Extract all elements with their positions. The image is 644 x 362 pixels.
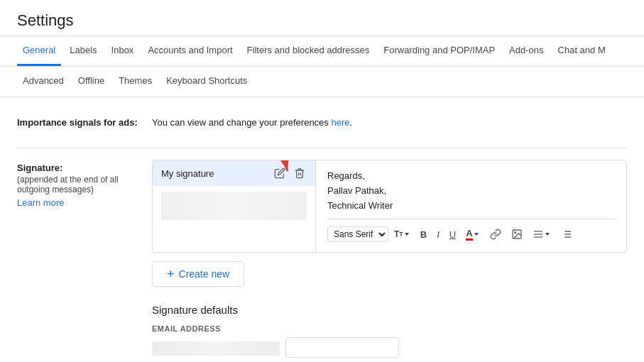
email-address-select[interactable] xyxy=(285,337,399,358)
link-button[interactable] xyxy=(486,226,506,243)
tab-advanced[interactable]: Advanced xyxy=(17,67,70,97)
divider xyxy=(17,148,627,148)
sig-defaults-title: Signature defaults xyxy=(152,304,627,316)
tab-offline[interactable]: Offline xyxy=(72,67,110,97)
signature-container: My signature xyxy=(152,160,627,253)
importance-signals-row: Importance signals for ads: You can view… xyxy=(17,114,627,128)
tabs-row1: General Labels Inbox Accounts and Import… xyxy=(0,36,644,67)
importance-here-link[interactable]: here xyxy=(331,117,349,128)
align-button[interactable] xyxy=(528,226,555,243)
tab-addons[interactable]: Add-ons xyxy=(503,36,549,66)
sig-toolbar: Sans Serif TT B I U A xyxy=(327,219,615,243)
email-select-wrapper xyxy=(152,337,399,358)
tab-chat[interactable]: Chat and M xyxy=(552,36,611,66)
signature-defaults-section: Signature defaults EMAIL ADDRESS xyxy=(152,304,627,358)
image-button[interactable] xyxy=(507,226,527,243)
create-new-button[interactable]: + Create new xyxy=(152,261,244,287)
signature-editor[interactable]: Regards, Pallav Pathak, Technical Writer… xyxy=(316,160,626,252)
email-address-label: EMAIL ADDRESS xyxy=(152,324,627,333)
tab-accounts-import[interactable]: Accounts and Import xyxy=(142,36,238,66)
plus-icon: + xyxy=(167,268,175,280)
signature-name: My signature xyxy=(161,168,273,179)
page-title: Settings xyxy=(0,0,644,36)
bold-button[interactable]: B xyxy=(416,226,431,243)
tab-inbox[interactable]: Inbox xyxy=(106,36,140,66)
sig-text-content: Regards, Pallav Pathak, Technical Writer xyxy=(327,169,615,213)
svg-point-2 xyxy=(514,232,515,234)
font-select[interactable]: Sans Serif xyxy=(327,226,388,242)
importance-signals-content: You can view and change your preferences… xyxy=(152,114,627,128)
signature-label: Signature: (appended at the end of all o… xyxy=(17,160,152,208)
underline-button[interactable]: U xyxy=(445,226,460,243)
italic-button[interactable]: I xyxy=(432,226,444,243)
list-button[interactable] xyxy=(557,226,577,243)
tab-general[interactable]: General xyxy=(17,36,61,66)
signature-list: My signature xyxy=(153,160,316,252)
signature-preview-blurred xyxy=(161,192,307,220)
signature-content: My signature xyxy=(152,160,627,358)
tabs-row2: Advanced Offline Themes Keyboard Shortcu… xyxy=(0,67,644,97)
tab-forwarding-pop[interactable]: Forwarding and POP/IMAP xyxy=(378,36,501,66)
signature-row: Signature: (appended at the end of all o… xyxy=(17,160,627,358)
edit-signature-button[interactable] xyxy=(273,166,287,180)
settings-body: Importance signals for ads: You can view… xyxy=(0,97,644,362)
signature-list-item[interactable]: My signature xyxy=(153,160,315,186)
create-new-label: Create new xyxy=(179,268,230,280)
tab-labels[interactable]: Labels xyxy=(64,36,102,66)
email-address-blurred xyxy=(152,341,280,356)
tab-keyboard-shortcuts[interactable]: Keyboard Shortcuts xyxy=(160,67,253,97)
learn-more-link[interactable]: Learn more xyxy=(17,197,152,208)
importance-signals-label: Importance signals for ads: xyxy=(17,114,152,128)
sig-actions xyxy=(273,166,307,180)
delete-signature-button[interactable] xyxy=(293,166,307,180)
text-color-button[interactable]: A xyxy=(462,225,484,243)
tab-themes[interactable]: Themes xyxy=(113,67,158,97)
tab-filters-blocked[interactable]: Filters and blocked addresses xyxy=(241,36,376,66)
font-size-button[interactable]: TT xyxy=(390,226,415,242)
